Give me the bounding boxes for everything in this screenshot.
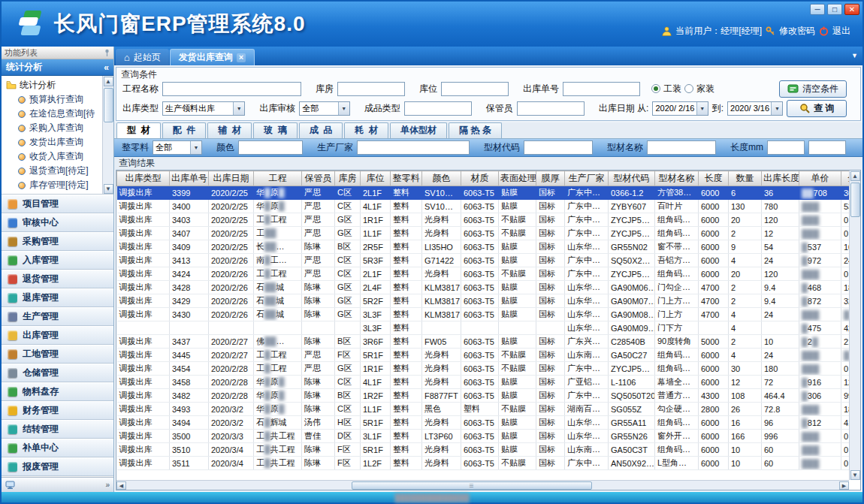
table-row[interactable]: 调拨出库35002020/3/3工█共工程曹佳D区3L1F整料LT3P60606… bbox=[117, 430, 862, 443]
chevron-down-icon[interactable]: ▼ bbox=[696, 102, 708, 115]
table-row[interactable]: 调拨出库34822020/2/28华█原█陈琳B区1R2F整料F8877FT60… bbox=[117, 389, 862, 403]
chevron-down-icon[interactable]: ▼ bbox=[233, 102, 244, 115]
tree-item[interactable]: 库存管理[待定] bbox=[6, 178, 102, 192]
chevron-down-icon[interactable]: ▼ bbox=[338, 102, 349, 115]
column-header-location[interactable]: 库位 bbox=[361, 171, 391, 186]
column-header-warehouse[interactable]: 库房 bbox=[335, 171, 361, 186]
table-row[interactable]: 3L3F整料山东华…GA90M09…门下方4█475423 bbox=[117, 321, 862, 335]
sidebar-item-13[interactable]: 结转管理 bbox=[2, 420, 113, 439]
footer-expand-icon[interactable]: » bbox=[105, 481, 110, 489]
collapse-icon[interactable]: « bbox=[104, 62, 109, 73]
material-tab-4[interactable]: 玻 璃 bbox=[253, 122, 298, 138]
sidebar-item-5[interactable]: 退货管理 bbox=[2, 270, 113, 288]
sidebar-item-3[interactable]: 采购管理 bbox=[2, 232, 113, 251]
whole-part-select[interactable]: 全部 ▼ bbox=[153, 140, 202, 155]
scroll-down-icon[interactable]: ▼ bbox=[850, 470, 860, 480]
sidebar-item-8[interactable]: 出库管理 bbox=[2, 326, 113, 345]
material-tab-2[interactable]: 配 件 bbox=[162, 122, 207, 138]
tab-close-icon[interactable]: × bbox=[237, 53, 246, 62]
sidebar-item-14[interactable]: 补单中心 bbox=[2, 439, 113, 457]
table-row[interactable]: 调拨出库35102020/3/4工█共工程陈琳F区5R1F整料光身料6063-T… bbox=[117, 443, 862, 457]
table-row[interactable]: 调拨出库34542020/2/28工█工程严思G区1R1F整料光身料6063-T… bbox=[117, 362, 862, 376]
sidebar-item-12[interactable]: 财务管理 bbox=[2, 401, 113, 420]
table-row[interactable]: 调拨出库34132020/2/26南█工…严思C区5R3F整料G71422606… bbox=[117, 254, 862, 267]
clear-conditions-button[interactable]: 清空条件 bbox=[779, 80, 847, 98]
scroll-right-icon[interactable]: ▶ bbox=[839, 481, 849, 490]
date-to-picker[interactable]: 2020/ 3/16 ▼ bbox=[727, 101, 783, 116]
column-header-keeper[interactable]: 保管员 bbox=[302, 171, 335, 186]
search-button[interactable]: 查 询 bbox=[787, 100, 847, 117]
table-row[interactable]: 调拨出库34292020/2/26石██城陈琳G区5R2F整料KLM381760… bbox=[117, 294, 862, 308]
length-min-input[interactable] bbox=[767, 140, 805, 155]
home-decor-radio[interactable] bbox=[684, 84, 693, 93]
scroll-up-icon[interactable]: ▲ bbox=[850, 171, 860, 181]
scroll-thumb[interactable] bbox=[850, 183, 860, 217]
table-row[interactable]: 调拨出库34242020/2/26工█工程严思C区2L1F整料光身料6063-T… bbox=[117, 267, 862, 281]
sidebar-item-15[interactable]: 报废管理 bbox=[2, 457, 113, 476]
scroll-thumb[interactable]: ☰ bbox=[352, 481, 592, 490]
material-tab-1[interactable]: 型 材 bbox=[116, 122, 161, 138]
minimize-button[interactable]: ─ bbox=[810, 4, 825, 15]
tab-overflow-caret-icon[interactable]: ▼ bbox=[851, 52, 858, 59]
tab-home[interactable]: ⌂ 起始页 bbox=[116, 49, 169, 65]
material-tab-5[interactable]: 成 品 bbox=[299, 122, 343, 138]
length-max-input[interactable] bbox=[808, 140, 846, 155]
logout-link[interactable]: 退出 bbox=[832, 25, 850, 38]
sidebar-item-4[interactable]: 入库管理 bbox=[2, 251, 113, 270]
tree-item[interactable]: 采购入库查询 bbox=[6, 121, 102, 135]
warehouse-input[interactable] bbox=[337, 82, 405, 96]
sidebar-item-1[interactable]: 项目管理 bbox=[2, 195, 113, 213]
scroll-thumb[interactable] bbox=[104, 88, 113, 122]
tree-item[interactable]: 预算执行查询 bbox=[6, 92, 102, 107]
scroll-down-icon[interactable]: ▼ bbox=[104, 184, 113, 194]
chevron-down-icon[interactable]: ▼ bbox=[190, 141, 201, 154]
factory-input[interactable] bbox=[357, 140, 470, 155]
table-row[interactable]: 调拨出库34002020/2/25华█原█严思C区4L1F整料SV10…6063… bbox=[117, 200, 862, 213]
color-input[interactable] bbox=[238, 140, 303, 155]
column-header-length[interactable]: 长度 bbox=[699, 171, 729, 186]
table-row[interactable]: 调拨出库34072020/2/25工██严思G区1L1F整料光身料6063-T5… bbox=[117, 227, 862, 240]
monitor-icon[interactable] bbox=[5, 481, 15, 490]
scroll-left-icon[interactable]: ◀ bbox=[116, 481, 126, 490]
column-header-out-date[interactable]: 出库日期 bbox=[209, 171, 254, 186]
column-header-unit-price[interactable]: 单价 bbox=[799, 171, 841, 186]
column-header-out-type[interactable]: 出库类型 bbox=[117, 171, 170, 186]
sidebar-item-11[interactable]: 物料盘存 bbox=[2, 382, 113, 401]
work-decor-radio[interactable] bbox=[651, 84, 660, 93]
profile-code-input[interactable] bbox=[524, 140, 593, 155]
column-header-surface-treatment[interactable]: 表面处理 bbox=[499, 171, 536, 186]
table-row[interactable]: 调拨出库34942020/3/2石█辉城汤伟H区5R1F整料光身料6063-T5… bbox=[117, 416, 862, 430]
table-row[interactable]: 调拨出库34032020/2/25工█工程严思G区1R1F整料光身料6063-T… bbox=[117, 213, 862, 227]
change-password-link[interactable]: 修改密码 bbox=[779, 25, 815, 38]
material-tab-7[interactable]: 单体型材 bbox=[390, 122, 447, 138]
table-row[interactable]: 调拨出库34932020/3/2华█原█陈琳C区1L1F整料黑色塑料不贴膜国标湖… bbox=[117, 403, 862, 416]
column-header-whole-part[interactable]: 整零料 bbox=[391, 171, 422, 186]
column-header-film-thickness[interactable]: 膜厚 bbox=[536, 171, 565, 186]
table-row[interactable]: 调拨出库33992020/2/25华█原█严思C区2L1F整料SV10…6063… bbox=[117, 186, 862, 200]
tree-item[interactable]: 收货入库查询 bbox=[6, 149, 102, 164]
location-input[interactable] bbox=[441, 82, 509, 96]
sidebar-item-7[interactable]: 生产管理 bbox=[2, 307, 113, 326]
table-vertical-scrollbar[interactable]: ▲ ▼ bbox=[849, 171, 860, 480]
column-header-material[interactable]: 材质 bbox=[461, 171, 499, 186]
sidebar-item-6[interactable]: 退库管理 bbox=[2, 288, 113, 307]
table-row[interactable]: 调拨出库34302020/2/26石██城陈琳G区3L3F整料KLM381760… bbox=[117, 308, 862, 321]
date-from-picker[interactable]: 2020/ 2/16 ▼ bbox=[652, 101, 708, 116]
column-header-manufacturer[interactable]: 生产厂家 bbox=[565, 171, 609, 186]
column-header-quantity[interactable]: 数量 bbox=[729, 171, 762, 186]
sidebar-section-statistics[interactable]: 统计分析 « bbox=[2, 59, 113, 76]
sidebar-item-10[interactable]: 仓储管理 bbox=[2, 364, 113, 382]
order-no-input[interactable] bbox=[563, 82, 640, 96]
column-header-color[interactable]: 颜色 bbox=[422, 171, 461, 186]
pin-icon[interactable] bbox=[104, 49, 110, 56]
tree-scrollbar[interactable]: ▲ ▼ bbox=[102, 76, 113, 194]
out-type-select[interactable]: 生产领料出库 ▼ bbox=[162, 101, 245, 116]
table-row[interactable]: 调拨出库34372020/2/27佛██…陈琳B区3R6F整料FW056063-… bbox=[117, 335, 862, 349]
tree-item[interactable]: 退货查询[待定] bbox=[6, 164, 102, 178]
column-header-project[interactable]: 工程 bbox=[254, 171, 302, 186]
tree-root-statistics[interactable]: 统计分析 bbox=[6, 77, 102, 92]
table-row[interactable]: 调拨出库35112020/3/4工█共工程陈琳F区1L2F整料光身料6063-T… bbox=[117, 457, 862, 470]
column-header-profile-name[interactable]: 型材名称 bbox=[655, 171, 699, 186]
maximize-button[interactable]: □ bbox=[827, 4, 842, 15]
sidebar-item-2[interactable]: 审核中心 bbox=[2, 213, 113, 232]
